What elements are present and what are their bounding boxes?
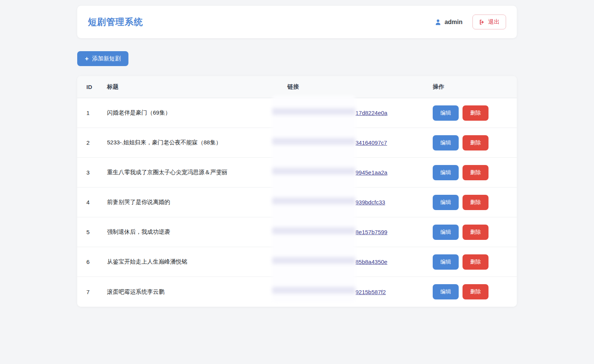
delete-button[interactable]: 删除 (463, 284, 489, 299)
row-actions: 编辑 删除 (433, 225, 508, 240)
row-id: 7 (86, 289, 107, 295)
table-row: 4 前妻别哭了是你说离婚的 939bdcfc33 编辑 删除 (77, 188, 517, 217)
edit-button[interactable]: 编辑 (433, 225, 459, 240)
col-header-actions: 操作 (433, 83, 508, 91)
row-title: 重生八零我成了京圈太子心尖宠冯思源＆严雯丽 (107, 169, 287, 176)
edit-button[interactable]: 编辑 (433, 284, 459, 299)
add-drama-label: 添加新短剧 (92, 55, 121, 62)
drama-table: ID 标题 链接 操作 1 闪婚老伴是豪门（69集） 17d8224e0a 编辑… (77, 76, 517, 307)
row-link[interactable]: 9945e1aa2a (355, 169, 387, 176)
delete-button[interactable]: 删除 (463, 254, 489, 270)
row-link-cell: 85b8a4350e (287, 259, 433, 265)
table-header-row: ID 标题 链接 操作 (77, 76, 517, 98)
user-name: admin (445, 19, 463, 26)
delete-button[interactable]: 删除 (463, 195, 489, 210)
row-link-cell: 9945e1aa2a (287, 169, 433, 176)
page-title: 短剧管理系统 (88, 16, 143, 28)
table-row: 1 闪婚老伴是豪门（69集） 17d8224e0a 编辑 删除 (77, 98, 517, 128)
header-right: admin 退出 (435, 15, 506, 29)
row-link-cell: 8e157b7599 (287, 229, 433, 235)
row-link[interactable]: 939bdcfc33 (355, 199, 385, 205)
row-title: 滚蛋吧霉运系统李云鹏 (107, 288, 287, 296)
row-id: 3 (86, 169, 107, 176)
table-row: 3 重生八零我成了京圈太子心尖宠冯思源＆严雯丽 9945e1aa2a 编辑 删除 (77, 158, 517, 188)
user-chip: admin (435, 19, 463, 26)
row-actions: 编辑 删除 (433, 165, 508, 180)
row-link[interactable]: 8e157b7599 (355, 229, 387, 235)
row-link-cell: 17d8224e0a (287, 110, 433, 116)
row-link-cell: 9215b587f2 (287, 289, 433, 295)
logout-label: 退出 (488, 18, 500, 26)
col-header-id: ID (86, 84, 107, 90)
row-link[interactable]: 17d8224e0a (355, 110, 387, 116)
row-link-cell: 34164097c7 (287, 139, 433, 146)
row-id: 2 (86, 139, 107, 146)
row-title: 前妻别哭了是你说离婚的 (107, 199, 287, 206)
delete-button[interactable]: 删除 (463, 135, 489, 150)
table-row: 7 滚蛋吧霉运系统李云鹏 9215b587f2 编辑 删除 (77, 277, 517, 307)
user-icon (435, 19, 441, 26)
row-actions: 编辑 删除 (433, 135, 508, 150)
row-actions: 编辑 删除 (433, 284, 508, 299)
plus-icon: + (85, 55, 89, 62)
edit-button[interactable]: 编辑 (433, 135, 459, 150)
row-actions: 编辑 删除 (433, 254, 508, 270)
table-row: 2 5233-.姐姐归来，豪门老公夜不能寐（88集） 34164097c7 编辑… (77, 128, 517, 158)
delete-button[interactable]: 删除 (463, 225, 489, 240)
edit-button[interactable]: 编辑 (433, 165, 459, 180)
col-header-title: 标题 (107, 83, 287, 91)
row-link[interactable]: 9215b587f2 (355, 289, 386, 295)
table-body: 1 闪婚老伴是豪门（69集） 17d8224e0a 编辑 删除 2 5233-.… (77, 98, 517, 307)
row-link[interactable]: 85b8a4350e (355, 259, 387, 265)
row-title: 闪婚老伴是豪门（69集） (107, 109, 287, 116)
logout-icon (479, 19, 485, 25)
table-row: 5 强制退休后，我成功逆袭 8e157b7599 编辑 删除 (77, 217, 517, 247)
row-title: 从鉴宝开始走上人生巅峰潘悦铭 (107, 258, 287, 265)
edit-button[interactable]: 编辑 (433, 254, 459, 270)
row-id: 1 (86, 110, 107, 116)
page-container: 短剧管理系统 admin (77, 6, 517, 307)
row-title: 5233-.姐姐归来，豪门老公夜不能寐（88集） (107, 139, 287, 146)
row-title: 强制退休后，我成功逆袭 (107, 228, 287, 236)
row-id: 4 (86, 199, 107, 205)
header-bar: 短剧管理系统 admin (77, 6, 517, 38)
row-actions: 编辑 删除 (433, 195, 508, 210)
edit-button[interactable]: 编辑 (433, 105, 459, 121)
row-link[interactable]: 34164097c7 (355, 139, 387, 146)
table-row: 6 从鉴宝开始走上人生巅峰潘悦铭 85b8a4350e 编辑 删除 (77, 247, 517, 277)
delete-button[interactable]: 删除 (463, 105, 489, 121)
edit-button[interactable]: 编辑 (433, 195, 459, 210)
row-id: 5 (86, 229, 107, 235)
row-id: 6 (86, 259, 107, 265)
add-drama-button[interactable]: + 添加新短剧 (77, 51, 128, 66)
col-header-link: 链接 (287, 83, 433, 91)
logout-button[interactable]: 退出 (472, 15, 506, 29)
delete-button[interactable]: 删除 (463, 165, 489, 180)
row-actions: 编辑 删除 (433, 105, 508, 121)
row-link-cell: 939bdcfc33 (287, 199, 433, 205)
